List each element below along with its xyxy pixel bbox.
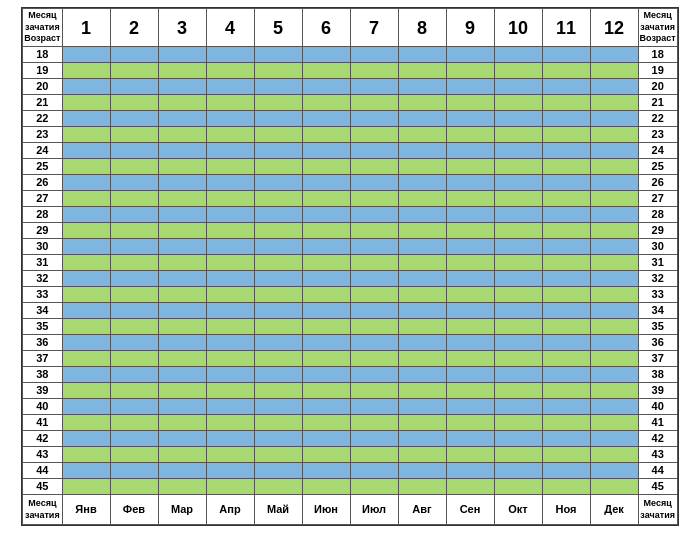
cell-age-24-month-9 [446, 143, 494, 159]
cell-age-33-month-7 [350, 287, 398, 303]
cell-age-45-month-1 [62, 479, 110, 495]
footer-month-feb: Фев [110, 495, 158, 525]
cell-age-37-month-3 [158, 351, 206, 367]
cell-age-23-month-8 [398, 127, 446, 143]
cell-age-35-month-5 [254, 319, 302, 335]
cell-age-32-month-10 [494, 271, 542, 287]
age-label-left-40: 40 [23, 399, 62, 415]
cell-age-39-month-3 [158, 383, 206, 399]
cell-age-40-month-9 [446, 399, 494, 415]
cell-age-27-month-8 [398, 191, 446, 207]
cell-age-25-month-12 [590, 159, 638, 175]
header-month-12: 12 [590, 8, 638, 46]
data-row-age-37: 3737 [23, 351, 678, 367]
cell-age-42-month-12 [590, 431, 638, 447]
footer-month-dec: Дек [590, 495, 638, 525]
cell-age-21-month-12 [590, 95, 638, 111]
cell-age-23-month-1 [62, 127, 110, 143]
cell-age-39-month-11 [542, 383, 590, 399]
header-month-9: 9 [446, 8, 494, 46]
cell-age-24-month-8 [398, 143, 446, 159]
cell-age-32-month-6 [302, 271, 350, 287]
data-row-age-23: 2323 [23, 127, 678, 143]
cell-age-33-month-6 [302, 287, 350, 303]
age-label-right-41: 41 [638, 415, 677, 431]
age-label-left-43: 43 [23, 447, 62, 463]
cell-age-25-month-9 [446, 159, 494, 175]
cell-age-38-month-8 [398, 367, 446, 383]
cell-age-28-month-6 [302, 207, 350, 223]
cell-age-23-month-11 [542, 127, 590, 143]
cell-age-26-month-5 [254, 175, 302, 191]
cell-age-45-month-2 [110, 479, 158, 495]
data-row-age-42: 4242 [23, 431, 678, 447]
cell-age-34-month-5 [254, 303, 302, 319]
age-label-right-21: 21 [638, 95, 677, 111]
data-row-age-22: 2222 [23, 111, 678, 127]
cell-age-38-month-2 [110, 367, 158, 383]
cell-age-22-month-12 [590, 111, 638, 127]
cell-age-21-month-9 [446, 95, 494, 111]
age-label-left-34: 34 [23, 303, 62, 319]
data-row-age-45: 4545 [23, 479, 678, 495]
cell-age-30-month-10 [494, 239, 542, 255]
cell-age-26-month-12 [590, 175, 638, 191]
cell-age-33-month-9 [446, 287, 494, 303]
data-row-age-30: 3030 [23, 239, 678, 255]
cell-age-39-month-8 [398, 383, 446, 399]
cell-age-27-month-2 [110, 191, 158, 207]
age-label-left-25: 25 [23, 159, 62, 175]
cell-age-36-month-9 [446, 335, 494, 351]
cell-age-40-month-4 [206, 399, 254, 415]
cell-age-30-month-1 [62, 239, 110, 255]
age-label-right-26: 26 [638, 175, 677, 191]
data-row-age-18: 1818 [23, 47, 678, 63]
cell-age-44-month-10 [494, 463, 542, 479]
footer-label-left: Месяцзачатия [23, 495, 62, 525]
cell-age-33-month-10 [494, 287, 542, 303]
age-label-right-22: 22 [638, 111, 677, 127]
cell-age-24-month-3 [158, 143, 206, 159]
cell-age-31-month-4 [206, 255, 254, 271]
cell-age-28-month-9 [446, 207, 494, 223]
cell-age-26-month-10 [494, 175, 542, 191]
age-label-right-28: 28 [638, 207, 677, 223]
age-label-right-45: 45 [638, 479, 677, 495]
cell-age-38-month-5 [254, 367, 302, 383]
cell-age-23-month-12 [590, 127, 638, 143]
age-label-left-29: 29 [23, 223, 62, 239]
data-row-age-32: 3232 [23, 271, 678, 287]
cell-age-18-month-6 [302, 47, 350, 63]
cell-age-38-month-10 [494, 367, 542, 383]
age-label-left-41: 41 [23, 415, 62, 431]
age-label-right-19: 19 [638, 63, 677, 79]
cell-age-43-month-4 [206, 447, 254, 463]
cell-age-32-month-9 [446, 271, 494, 287]
cell-age-28-month-10 [494, 207, 542, 223]
cell-age-29-month-3 [158, 223, 206, 239]
footer-row: Месяцзачатия Янв Фев Мар Апр Май Июн Июл… [23, 495, 678, 525]
cell-age-31-month-2 [110, 255, 158, 271]
age-label-right-39: 39 [638, 383, 677, 399]
age-label-left-26: 26 [23, 175, 62, 191]
age-label-left-38: 38 [23, 367, 62, 383]
cell-age-26-month-1 [62, 175, 110, 191]
cell-age-23-month-2 [110, 127, 158, 143]
cell-age-20-month-9 [446, 79, 494, 95]
cell-age-35-month-2 [110, 319, 158, 335]
age-label-right-24: 24 [638, 143, 677, 159]
cell-age-18-month-7 [350, 47, 398, 63]
cell-age-43-month-1 [62, 447, 110, 463]
cell-age-43-month-11 [542, 447, 590, 463]
age-label-left-35: 35 [23, 319, 62, 335]
footer-month-mar: Мар [158, 495, 206, 525]
cell-age-44-month-2 [110, 463, 158, 479]
cell-age-24-month-10 [494, 143, 542, 159]
cell-age-26-month-11 [542, 175, 590, 191]
cell-age-20-month-3 [158, 79, 206, 95]
header-month-2: 2 [110, 8, 158, 46]
age-label-left-20: 20 [23, 79, 62, 95]
cell-age-29-month-11 [542, 223, 590, 239]
cell-age-25-month-2 [110, 159, 158, 175]
cell-age-31-month-11 [542, 255, 590, 271]
